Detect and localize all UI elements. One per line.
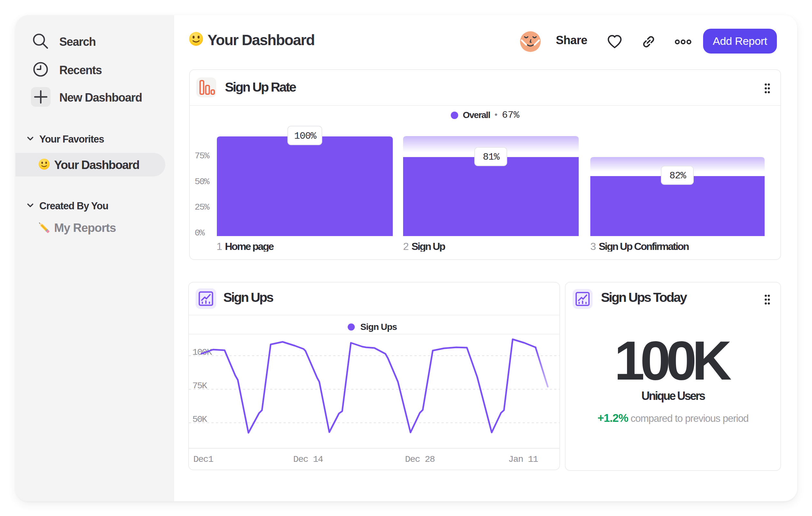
svg-text:50K: 50K [192, 414, 207, 425]
svg-text:Jan 11: Jan 11 [508, 454, 538, 464]
svg-text:100K: 100K [192, 347, 212, 357]
svg-text:50%: 50% [195, 177, 210, 187]
svg-text:75K: 75K [192, 381, 207, 391]
svg-text:1: 1 [216, 241, 222, 251]
svg-text:Sign Up Confirmation: Sign Up Confirmation [599, 241, 689, 251]
svg-text:3: 3 [590, 241, 596, 251]
svg-text:81%: 81% [483, 152, 500, 163]
svg-text:100%: 100% [294, 131, 317, 142]
svg-text:82%: 82% [669, 170, 686, 181]
svg-text:Sign Up: Sign Up [411, 241, 445, 251]
svg-text:Dec1: Dec1 [193, 454, 213, 464]
svg-text:Dec 14: Dec 14 [293, 454, 323, 464]
svg-text:75%: 75% [195, 151, 210, 161]
svg-text:Home page: Home page [225, 241, 274, 251]
svg-text:2: 2 [403, 241, 409, 251]
svg-text:Dec 28: Dec 28 [405, 454, 435, 464]
svg-text:25%: 25% [195, 202, 210, 212]
svg-text:0%: 0% [195, 228, 205, 238]
